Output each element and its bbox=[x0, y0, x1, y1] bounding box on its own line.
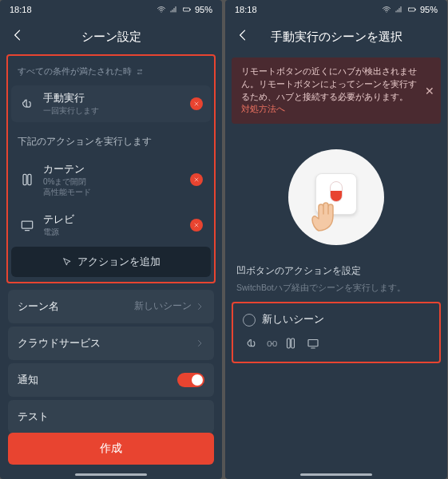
tv-icon bbox=[19, 216, 35, 235]
svg-rect-3 bbox=[22, 221, 32, 228]
nav-handle bbox=[300, 473, 372, 476]
signal-icon bbox=[394, 5, 404, 14]
screen-2: 18:18 95% 手動実行のシーンを選択 リモートボタンの近くにハブが検出され… bbox=[225, 0, 447, 479]
config-section-title: 凹ボタンのアクションを設定 bbox=[225, 261, 447, 281]
cloud-service-row[interactable]: クラウドサービス bbox=[8, 327, 214, 360]
svg-rect-2 bbox=[28, 175, 31, 185]
close-alert-button[interactable]: ✕ bbox=[425, 82, 434, 99]
trigger-sub: 一回実行します bbox=[43, 105, 182, 116]
header: 手動実行のシーンを選択 bbox=[225, 19, 447, 54]
svg-rect-6 bbox=[291, 338, 295, 348]
chevron-right-icon bbox=[195, 338, 204, 348]
curtain-icon bbox=[19, 170, 35, 189]
create-button[interactable]: 作成 bbox=[8, 433, 214, 465]
page-title: 手動実行のシーンを選択 bbox=[254, 30, 418, 45]
conditions-label: すべての条件が満たされた時 bbox=[11, 61, 211, 82]
battery-percent: 95% bbox=[420, 5, 438, 14]
screen-1: 18:18 95% シーン設定 すべての条件が満たされた時 bbox=[0, 0, 222, 479]
scene-name-row[interactable]: シーン名 新しいシーン bbox=[8, 290, 214, 323]
swap-icon bbox=[135, 67, 145, 77]
notification-toggle[interactable] bbox=[177, 373, 204, 387]
status-time: 18:18 bbox=[10, 5, 32, 14]
chevron-right-icon bbox=[195, 302, 204, 311]
help-link[interactable]: 対処方法へ bbox=[241, 104, 285, 113]
action-curtain-row[interactable]: カーテン 0%まで開閉 高性能モード bbox=[11, 156, 211, 204]
main-config-highlight: すべての条件が満たされた時 手動実行 一回実行します 下記のアクションを実行しま… bbox=[6, 54, 216, 283]
hand-icon bbox=[311, 200, 347, 232]
svg-rect-7 bbox=[308, 340, 318, 346]
action-tv-row[interactable]: テレビ 電源 bbox=[11, 207, 211, 243]
trigger-manual-row[interactable]: 手動実行 一回実行します bbox=[11, 85, 211, 122]
battery-icon bbox=[407, 5, 417, 14]
back-button[interactable] bbox=[10, 27, 29, 46]
scene-select-highlight: 新しいシーン o-o bbox=[232, 302, 441, 363]
status-icons: 95% bbox=[157, 5, 212, 14]
wifi-icon bbox=[157, 5, 166, 14]
delete-trigger-button[interactable] bbox=[190, 97, 203, 110]
status-bar: 18:18 95% bbox=[225, 0, 447, 19]
status-bar: 18:18 95% bbox=[0, 0, 222, 19]
cursor-icon bbox=[61, 256, 73, 267]
battery-percent: 95% bbox=[195, 5, 212, 14]
page-title: シーン設定 bbox=[29, 30, 193, 45]
status-icons: 95% bbox=[382, 5, 438, 14]
hub-alert: リモートボタンの近くにハブが検出されません。リモートボタンによってシーンを実行す… bbox=[232, 57, 441, 124]
delete-action-button[interactable] bbox=[190, 219, 203, 232]
test-row[interactable]: テスト bbox=[8, 400, 214, 433]
tap-icon bbox=[244, 336, 259, 350]
delete-action-button[interactable] bbox=[190, 173, 203, 186]
link-icon: o-o bbox=[267, 338, 276, 349]
status-time: 18:18 bbox=[235, 5, 257, 14]
signal-icon bbox=[169, 5, 179, 14]
add-action-button[interactable]: アクションを追加 bbox=[11, 247, 211, 277]
notification-row[interactable]: 通知 bbox=[8, 363, 214, 397]
tv-icon bbox=[306, 336, 320, 350]
tap-icon bbox=[19, 94, 35, 113]
wifi-icon bbox=[382, 5, 391, 14]
back-button[interactable] bbox=[235, 27, 254, 46]
svg-rect-1 bbox=[23, 175, 26, 185]
curtain-icon bbox=[283, 336, 298, 350]
actions-label: 下記のアクションを実行します bbox=[11, 125, 211, 153]
config-section-sub: SwitchBotハブ経由でシーンを実行します。 bbox=[225, 281, 447, 300]
svg-rect-5 bbox=[287, 338, 291, 348]
scene-option-row[interactable]: 新しいシーン bbox=[240, 311, 433, 335]
trigger-title: 手動実行 bbox=[43, 92, 182, 105]
svg-rect-0 bbox=[183, 8, 189, 11]
battery-icon bbox=[182, 5, 192, 14]
svg-rect-4 bbox=[408, 8, 414, 11]
radio-unselected[interactable] bbox=[243, 314, 256, 327]
scene-device-chain: o-o bbox=[240, 335, 433, 352]
header: シーン設定 bbox=[0, 19, 222, 54]
illustration bbox=[225, 127, 447, 261]
nav-handle bbox=[75, 473, 147, 476]
